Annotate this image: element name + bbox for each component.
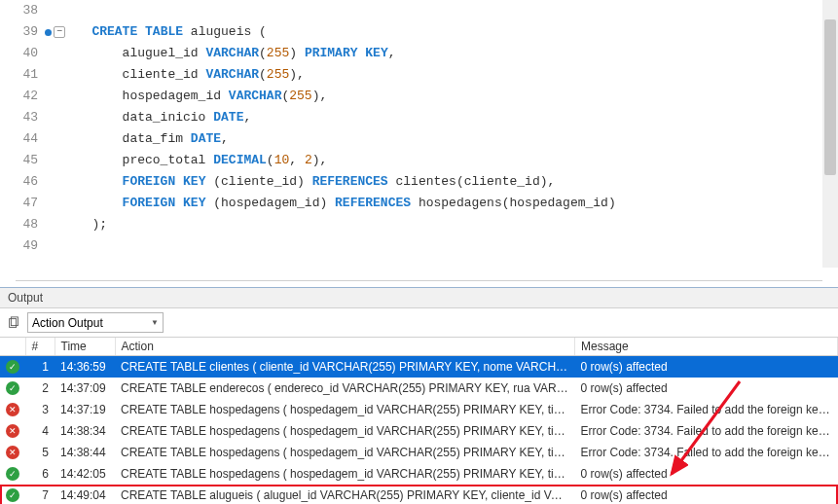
row-number: 1 <box>25 356 55 378</box>
table-row[interactable]: ✕ 5 14:38:44 CREATE TABLE hospedagens ( … <box>0 442 838 463</box>
chevron-down-icon: ▼ <box>151 318 159 327</box>
error-icon: ✕ <box>6 446 19 459</box>
col-status[interactable] <box>0 338 25 356</box>
row-time: 14:38:34 <box>55 420 115 442</box>
output-title: Output <box>0 288 838 308</box>
row-time: 14:37:09 <box>55 378 115 399</box>
row-message: 0 row(s) affected <box>575 463 838 485</box>
row-action: CREATE TABLE hospedagens ( hospedagem_id… <box>115 463 575 485</box>
row-action: CREATE TABLE hospedagens ( hospedagem_id… <box>115 420 575 442</box>
scrollbar-thumb[interactable] <box>824 19 836 175</box>
table-row[interactable]: ✓ 2 14:37:09 CREATE TABLE enderecos ( en… <box>0 378 838 399</box>
output-grid[interactable]: # Time Action Message ✓ 1 14:36:59 CREAT… <box>0 338 838 504</box>
copy-icon[interactable] <box>6 315 21 331</box>
error-icon: ✕ <box>6 424 19 438</box>
col-action[interactable]: Action <box>115 338 575 356</box>
row-number: 6 <box>25 463 55 485</box>
check-icon: ✓ <box>6 467 19 481</box>
col-message[interactable]: Message <box>575 338 838 356</box>
row-message: 0 row(s) affected <box>575 378 838 399</box>
row-message: Error Code: 3734. Failed to add the fore… <box>575 399 838 420</box>
row-action: CREATE TABLE enderecos ( endereco_id VAR… <box>115 378 575 399</box>
row-time: 14:38:44 <box>55 442 115 463</box>
output-panel: Output Action Output ▼ # Time Action Mes… <box>0 287 838 504</box>
row-action: CREATE TABLE hospedagens ( hospedagem_id… <box>115 399 575 420</box>
output-filter-value: Action Output <box>32 316 103 330</box>
row-message: Error Code: 3734. Failed to add the fore… <box>575 420 838 442</box>
fold-column: − <box>54 0 69 257</box>
row-action: CREATE TABLE alugueis ( aluguel_id VARCH… <box>115 485 575 505</box>
fold-toggle[interactable]: − <box>54 26 65 38</box>
row-time: 14:49:04 <box>55 485 115 505</box>
table-row[interactable]: ✓ 6 14:42:05 CREATE TABLE hospedagens ( … <box>0 463 838 485</box>
table-row[interactable]: ✕ 3 14:37:19 CREATE TABLE hospedagens ( … <box>0 399 838 420</box>
row-action: CREATE TABLE hospedagens ( hospedagem_id… <box>115 442 575 463</box>
row-number: 5 <box>25 442 55 463</box>
row-action: CREATE TABLE clientes ( cliente_id VARCH… <box>115 356 575 378</box>
row-number: 7 <box>25 485 55 505</box>
sql-editor[interactable]: 383940414243444546474849 − CREATE TABLE … <box>0 0 838 272</box>
row-message: 0 row(s) affected <box>575 485 838 505</box>
table-row[interactable]: ✕ 4 14:38:34 CREATE TABLE hospedagens ( … <box>0 420 838 442</box>
check-icon: ✓ <box>6 360 19 374</box>
editor-divider <box>16 280 822 281</box>
row-time: 14:42:05 <box>55 463 115 485</box>
row-time: 14:36:59 <box>55 356 115 378</box>
line-gutter: 383940414243444546474849 <box>0 0 54 257</box>
row-time: 14:37:19 <box>55 399 115 420</box>
row-number: 2 <box>25 378 55 399</box>
check-icon: ✓ <box>6 488 19 502</box>
grid-body: ✓ 1 14:36:59 CREATE TABLE clientes ( cli… <box>0 356 838 505</box>
row-message: Error Code: 3734. Failed to add the fore… <box>575 442 838 463</box>
check-icon: ✓ <box>6 381 19 395</box>
row-number: 3 <box>25 399 55 420</box>
col-time[interactable]: Time <box>55 338 115 356</box>
row-number: 4 <box>25 420 55 442</box>
row-message: 0 row(s) affected <box>575 356 838 378</box>
table-row[interactable]: ✓ 1 14:36:59 CREATE TABLE clientes ( cli… <box>0 356 838 378</box>
col-num[interactable]: # <box>25 338 55 356</box>
output-toolbar: Action Output ▼ <box>0 308 838 338</box>
table-row[interactable]: ✓ 7 14:49:04 CREATE TABLE alugueis ( alu… <box>0 485 838 505</box>
error-icon: ✕ <box>6 403 19 416</box>
code-content[interactable]: CREATE TABLE alugueis ( aluguel_id VARCH… <box>69 0 838 257</box>
grid-header-row: # Time Action Message <box>0 338 838 356</box>
editor-scrollbar[interactable] <box>822 0 838 268</box>
output-filter-combo[interactable]: Action Output ▼ <box>27 312 164 333</box>
